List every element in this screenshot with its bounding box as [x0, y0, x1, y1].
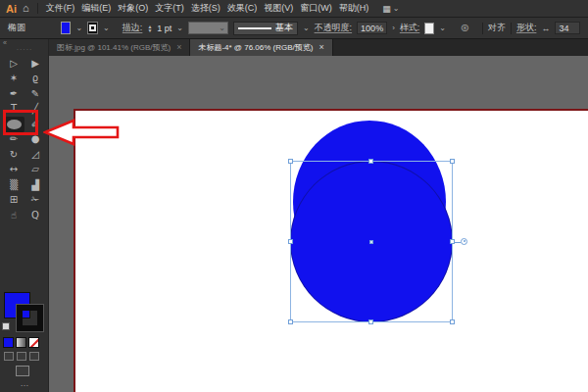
center-point[interactable]	[369, 240, 373, 244]
pen-tool-icon: ✒	[10, 89, 18, 99]
recolor-artwork-icon[interactable]: ⊛	[461, 23, 469, 33]
selection-handle[interactable]	[288, 159, 293, 164]
annotation-red-box	[3, 110, 38, 135]
column-graph-tool[interactable]: ▟	[24, 177, 46, 193]
close-icon[interactable]: ×	[176, 43, 181, 52]
opacity-field[interactable]: 100%	[357, 22, 387, 34]
shape-label[interactable]: 形状:	[516, 22, 537, 34]
menu-items: 文件(F)编辑(E)对象(O)文字(T)选择(S)效果(C)视图(V)窗口(W)…	[46, 2, 369, 15]
free-transform-tool-icon: ▱	[31, 165, 39, 174]
stroke-preview-line	[238, 27, 271, 29]
draw-inside-icon[interactable]	[29, 352, 39, 361]
pen-tool[interactable]: ✒	[3, 86, 24, 102]
home-icon[interactable]: ⌂	[23, 3, 29, 14]
free-transform-tool[interactable]: ▱	[24, 163, 46, 178]
stroke-color-proxy[interactable]	[17, 305, 43, 331]
menu-item-1[interactable]: 编辑(E)	[81, 2, 111, 15]
brush-definition-dropdown[interactable]: ⌄	[188, 22, 228, 34]
scale-tool-icon: ◿	[31, 150, 39, 160]
selection-handle[interactable]	[450, 319, 455, 324]
menu-item-4[interactable]: 选择(S)	[191, 2, 220, 15]
symbol-sprayer-tool-icon: ▒	[10, 180, 18, 190]
chevron-right-icon[interactable]: ›	[392, 24, 395, 32]
lasso-tool-icon: ϱ	[32, 74, 38, 83]
tools-panel: « ····· ▷▶✶ϱ✒✎T╱✐✏●↻◿↔▱▒▟⊞✁☝Q …	[0, 39, 49, 392]
slice-tool-icon: ✁	[31, 195, 39, 205]
stroke-weight-stepper[interactable]: ▲ ▼	[147, 24, 152, 32]
stroke-weight-value[interactable]: 1 pt	[157, 24, 172, 33]
artboard-tool-icon: ⊞	[10, 195, 18, 205]
workspace-grid-icon: ▦	[382, 4, 391, 14]
color-button[interactable]	[3, 337, 14, 348]
collapse-panel-icon[interactable]: «	[3, 39, 7, 46]
selection-handle[interactable]	[368, 159, 373, 164]
curvature-tool[interactable]: ✎	[24, 86, 46, 102]
tool-grid: ▷▶✶ϱ✒✎T╱✐✏●↻◿↔▱▒▟⊞✁☝Q	[3, 56, 46, 223]
rotate-widget-icon[interactable]	[461, 238, 467, 245]
color-mode-row	[3, 337, 39, 348]
hand-tool[interactable]: ☝	[3, 208, 24, 223]
stroke-label[interactable]: 描边:	[122, 22, 143, 34]
lasso-tool[interactable]: ϱ	[24, 72, 46, 87]
variable-width-profile-dropdown[interactable]: 基本	[233, 22, 298, 35]
symbol-sprayer-tool[interactable]: ▒	[3, 177, 24, 193]
selection-tool[interactable]: ▷	[3, 56, 24, 72]
tab-document-1[interactable]: 图标.jpg @ 101.41% (RGB/预览) ×	[49, 39, 190, 56]
magic-wand-tool[interactable]: ✶	[3, 72, 24, 87]
draw-behind-icon[interactable]	[17, 352, 26, 361]
artboard-tool[interactable]: ⊞	[3, 193, 24, 209]
rotate-tool[interactable]: ↻	[3, 147, 24, 163]
fill-color-swatch[interactable]	[61, 22, 72, 34]
tab-title: 图标.jpg @ 101.41% (RGB/预览)	[57, 42, 171, 53]
hand-tool-icon: ☝	[11, 211, 17, 220]
draw-normal-icon[interactable]	[4, 352, 14, 361]
align-label[interactable]: 对齐	[488, 22, 506, 34]
zoom-tool[interactable]: Q	[24, 208, 46, 223]
chevron-down-icon[interactable]: ⌄	[75, 24, 82, 32]
close-icon[interactable]: ×	[318, 43, 323, 52]
menu-item-7[interactable]: 窗口(W)	[300, 2, 332, 15]
menu-item-5[interactable]: 效果(C)	[227, 2, 258, 15]
menu-item-6[interactable]: 视图(V)	[264, 2, 293, 15]
chevron-down-icon[interactable]: ⌄	[439, 24, 446, 32]
chevron-down-icon[interactable]: ⌄	[103, 24, 110, 32]
panel-grip-icon[interactable]: ·····	[0, 46, 49, 53]
default-colors-icon[interactable]	[2, 322, 10, 330]
screen-mode-icon[interactable]	[16, 366, 29, 376]
tab-document-2[interactable]: 未标题-4* @ 76.06% (RGB/预览) ×	[190, 39, 332, 56]
stepper-down-icon[interactable]: ▼	[147, 28, 152, 32]
workspace-switcher[interactable]: ▦ ⌄	[382, 4, 399, 14]
chevron-down-icon[interactable]: ⌄	[176, 24, 183, 32]
width-tool[interactable]: ↔	[3, 163, 24, 178]
style-label[interactable]: 样式:	[400, 22, 420, 34]
scale-tool[interactable]: ◿	[24, 147, 46, 163]
divider	[511, 23, 512, 34]
selection-handle[interactable]	[368, 319, 373, 324]
blob-brush-tool-icon: ●	[31, 134, 40, 144]
selection-handle[interactable]	[288, 239, 293, 244]
menu-item-0[interactable]: 文件(F)	[46, 2, 75, 15]
opacity-label[interactable]: 不透明度:	[315, 22, 353, 34]
selection-handle[interactable]	[450, 159, 455, 164]
selection-handle[interactable]	[288, 319, 293, 324]
selection-tool-icon: ▷	[10, 59, 18, 69]
menu-item-2[interactable]: 对象(O)	[118, 2, 148, 15]
direct-selection-tool-icon: ▶	[31, 59, 39, 69]
shape-width-field[interactable]: 34	[555, 22, 580, 34]
edit-toolbar-icon[interactable]: …	[0, 378, 49, 388]
selection-bounding-box[interactable]	[290, 161, 453, 322]
zoom-tool-icon: Q	[31, 211, 39, 220]
slice-tool[interactable]: ✁	[24, 193, 46, 209]
gradient-button[interactable]	[16, 337, 26, 348]
chevron-down-icon[interactable]: ⌄	[303, 24, 310, 32]
direct-selection-tool[interactable]: ▶	[24, 56, 46, 72]
menu-item-8[interactable]: 帮助(H)	[339, 2, 369, 15]
stroke-color-swatch[interactable]	[87, 22, 98, 34]
context-label: 椭圆	[8, 22, 25, 34]
menu-item-3[interactable]: 文字(T)	[155, 2, 184, 15]
graphic-style-swatch[interactable]	[424, 23, 434, 34]
none-button[interactable]	[28, 337, 39, 348]
divider	[482, 23, 483, 34]
canvas[interactable]	[49, 56, 588, 392]
workspace-area: « ····· ▷▶✶ϱ✒✎T╱✐✏●↻◿↔▱▒▟⊞✁☝Q …	[0, 39, 588, 392]
